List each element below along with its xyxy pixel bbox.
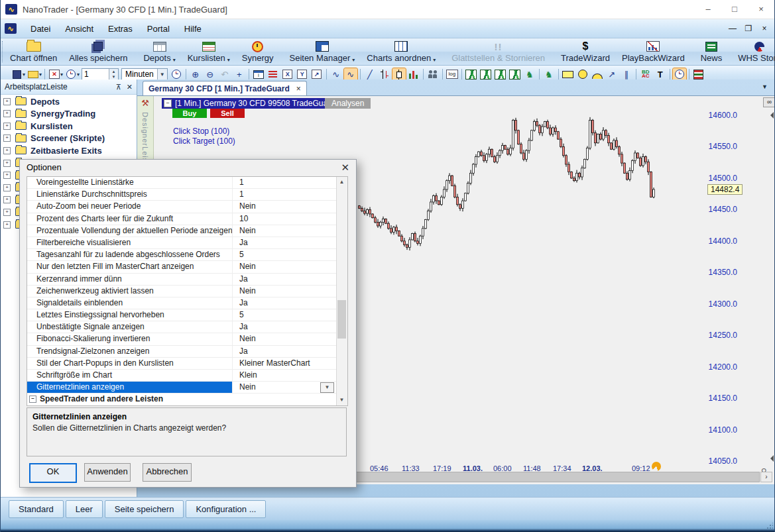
tab-list-dropdown-icon[interactable]: ▼ — [762, 83, 768, 90]
menu-extras[interactable]: Extras — [101, 21, 140, 36]
option-value[interactable]: Ja — [233, 321, 347, 333]
options-row[interactable]: Voreingestellte Linienstärke1 — [27, 177, 347, 189]
options-row[interactable]: Nur den letzten Fill im MasterChart anze… — [27, 261, 347, 273]
options-row[interactable]: Stil der Chart-Popups in den KurslistenK… — [27, 358, 347, 370]
volume-style-icon[interactable] — [407, 68, 420, 81]
menu-portal[interactable]: Portal — [140, 21, 177, 36]
options-row[interactable]: Filterbereiche visualisierenJa — [27, 237, 347, 249]
option-value[interactable]: Kleiner MasterChart — [233, 358, 347, 369]
apply-button[interactable]: Anwenden — [84, 463, 131, 482]
option-value[interactable]: 1 — [233, 189, 347, 200]
news-button[interactable]: News — [695, 38, 729, 65]
kurslisten-button[interactable]: Kurslisten▾ — [182, 38, 236, 65]
option-value[interactable]: Ja — [233, 297, 347, 309]
page-tab-leer[interactable]: Leer — [66, 500, 103, 518]
window-info-icon[interactable]: i — [252, 68, 265, 81]
options-row[interactable]: Prozentuale Vollendung der aktuellen Per… — [27, 225, 347, 237]
menu-datei[interactable]: Datei — [23, 21, 58, 36]
options-row[interactable]: Tagesanzahl für zu ladende abgeschlossen… — [27, 249, 347, 261]
option-value[interactable]: Nein — [233, 286, 347, 297]
expand-icon[interactable]: + — [3, 221, 11, 229]
pin-icon[interactable]: ⊼ — [116, 83, 121, 91]
mdi-restore-button[interactable]: ❐ — [744, 24, 753, 33]
axis-scroll-down-icon[interactable] — [767, 455, 774, 462]
draw-parallel-icon[interactable]: ∥ — [620, 68, 633, 81]
tab-germany30[interactable]: Germany 30 CFD [1 Min.] TradeGuard × — [143, 81, 307, 95]
option-value[interactable]: Ja — [233, 274, 347, 285]
indicator-icon[interactable] — [465, 68, 478, 81]
options-row[interactable]: Signaldetails einblendenJa — [27, 297, 347, 309]
options-row[interactable]: Auto-Zoom bei neuer PeriodeNein — [27, 201, 347, 213]
option-value[interactable]: Ja — [233, 346, 347, 357]
dialog-scrollbar[interactable]: ▲ ▼ — [336, 177, 347, 405]
ohlc-style-icon[interactable] — [378, 68, 391, 81]
zoom-out-icon[interactable]: ⊖ — [204, 68, 217, 81]
expand-icon[interactable]: + — [3, 147, 11, 154]
options-row[interactable]: Gitternetzlinien anzeigenNein▼ — [27, 382, 347, 394]
tradewizard-button[interactable]: $TradeWizard — [555, 38, 616, 65]
option-value[interactable]: 1 — [233, 177, 347, 188]
option-value[interactable]: Nein — [233, 201, 347, 212]
minimize-button[interactable]: – — [695, 1, 721, 19]
expand-icon[interactable]: + — [3, 196, 11, 203]
x-axis-icon[interactable]: X — [281, 68, 294, 81]
ok-button[interactable]: OK — [29, 463, 77, 483]
period-count-stepper[interactable]: ▲▼ — [82, 68, 119, 81]
option-value[interactable]: Nein — [233, 261, 347, 272]
draw-arc-icon[interactable] — [591, 68, 604, 81]
y-axis-icon[interactable]: Y — [296, 68, 309, 81]
sidebar-item-zeitbasierte-exits[interactable]: +Zeitbasierte Exits — [1, 144, 102, 156]
sidebar-item-depots[interactable]: +Depots — [1, 95, 60, 107]
expand-icon[interactable]: + — [3, 160, 11, 167]
options-row[interactable]: Trendsignal-Zielzonen anzeigenJa — [27, 346, 347, 358]
fit-chart-icon[interactable]: + — [233, 68, 246, 81]
mdi-close-button[interactable]: × — [760, 24, 769, 33]
chevron-down-icon[interactable]: ▾ — [39, 72, 42, 78]
page-tab-konfiguration-[interactable]: Konfiguration ... — [186, 500, 266, 518]
synergy-button[interactable]: Synergy — [236, 38, 280, 65]
line-style-icon[interactable]: ╱ — [363, 68, 377, 81]
page-tab-seite-speichern[interactable]: Seite speichern — [105, 500, 184, 518]
draw-ellipse-icon[interactable] — [576, 68, 589, 81]
mdi-minimize-button[interactable]: — — [728, 24, 737, 33]
period-count-input[interactable] — [82, 70, 109, 79]
indicator-icon[interactable] — [479, 68, 493, 81]
chevron-down-icon[interactable]: ▾ — [173, 57, 176, 63]
cancel-button[interactable]: Abbrechen — [143, 463, 192, 482]
strategy-knight-icon[interactable]: ♞ — [542, 68, 556, 81]
sidebar-item-synergytrading[interactable]: +SynergyTrading — [1, 108, 95, 120]
chevron-down-icon[interactable]: ▾ — [23, 72, 25, 78]
options-row[interactable]: Zeichenwerkzeug aktiviert lassenNein — [27, 286, 347, 297]
option-value[interactable]: Klein — [233, 370, 347, 381]
page-tab-standard[interactable]: Standard — [9, 500, 64, 518]
scrollbar-thumb[interactable] — [337, 300, 346, 339]
axis-scroll-up-icon[interactable] — [767, 112, 774, 119]
open-chart-icon[interactable] — [27, 68, 40, 81]
tab-close-icon[interactable]: × — [296, 84, 301, 93]
alles-speichern-button[interactable]: Alles speichern — [63, 38, 133, 65]
scroll-right-icon[interactable]: › — [760, 472, 772, 482]
depots-button[interactable]: Depots▾ — [137, 38, 181, 65]
expand-icon[interactable]: + — [3, 123, 11, 130]
options-row[interactable]: Kerzenrand immer dünnJa — [27, 274, 347, 286]
sidebar-item-screener-skripte-[interactable]: +Screener (Skripte) — [1, 133, 105, 144]
options-group-row[interactable]: −SpeedTrader und andere Leisten — [27, 394, 347, 405]
orderbook-icon[interactable] — [692, 68, 705, 81]
options-row[interactable]: Unbestätigte Signale anzeigenJa — [27, 321, 347, 333]
menu-hilfe[interactable]: Hilfe — [177, 21, 209, 36]
strategy-knight-icon[interactable]: ♞ — [523, 68, 536, 81]
seiten-manager-button[interactable]: Seiten Manager▾ — [283, 38, 361, 65]
sidebar-item-kurslisten[interactable]: +Kurslisten — [1, 120, 73, 132]
whs-store-button[interactable]: WHS Store — [732, 38, 774, 65]
abc-label-icon[interactable]: BDAC — [639, 68, 652, 81]
option-value[interactable]: Nein — [233, 333, 347, 345]
expand-icon[interactable]: + — [3, 110, 11, 117]
save-icon[interactable] — [10, 68, 23, 81]
alarm-clock-icon[interactable] — [673, 68, 686, 81]
candle-style-icon[interactable] — [392, 68, 406, 81]
chevron-down-icon[interactable]: ▾ — [352, 57, 355, 63]
period-unit-select[interactable]: Minuten▼ — [121, 68, 168, 81]
option-value[interactable]: 5 — [233, 249, 347, 260]
expand-icon[interactable]: + — [3, 172, 11, 179]
option-value[interactable]: 5 — [233, 309, 347, 321]
